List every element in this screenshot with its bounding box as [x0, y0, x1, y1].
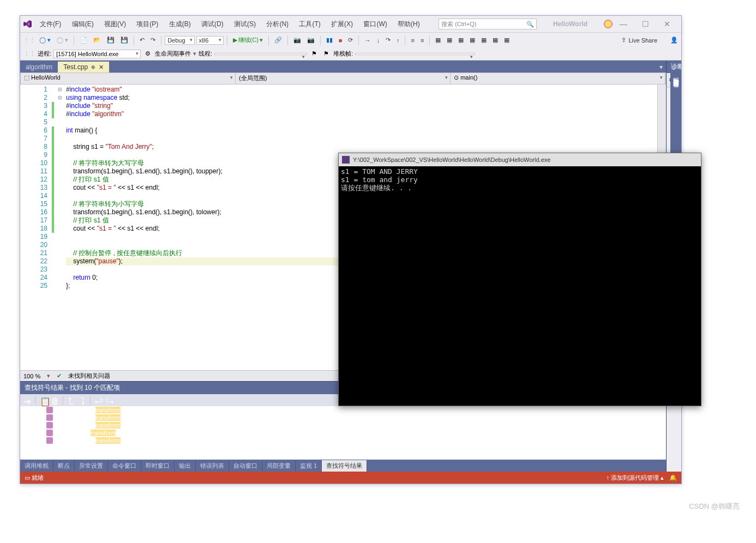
pin-icon[interactable]: ⊕ [91, 64, 95, 70]
tab-algorithm[interactable]: algorithm [20, 62, 58, 73]
menu-edit[interactable]: 编辑(E) [68, 20, 98, 28]
screenshot-icon[interactable]: 📷 [305, 35, 317, 45]
minimize-button[interactable]: — [613, 20, 634, 28]
stop-button[interactable]: ■ [337, 36, 345, 45]
status-scm[interactable]: ↑ 添加到源代码管理 ▴ [606, 474, 664, 482]
bottom-tab[interactable]: 错误列表 [196, 460, 229, 472]
step-over-button[interactable]: ↷ [383, 35, 393, 45]
app-title: HelloWorld [553, 20, 587, 28]
result-row[interactable]: _DestTy * std::transform<_InIt, _DestTy,… [20, 437, 666, 444]
format-icon[interactable]: ▦ [490, 35, 500, 45]
stackframe-dropdown[interactable] [355, 53, 475, 55]
menu-window[interactable]: 窗口(W) [359, 20, 391, 28]
menu-help[interactable]: 帮助(H) [393, 20, 424, 28]
results-list[interactable]: _DestTy * std::transform<_ExPo, _FwdIt1,… [20, 406, 666, 460]
undo-button[interactable]: ↶ [137, 35, 147, 45]
live-share-button[interactable]: Live Share [628, 37, 657, 44]
bottom-tab[interactable]: 异常设置 [75, 460, 108, 472]
redo-button[interactable]: ↷ [148, 35, 158, 45]
clear-icon[interactable]: 🗑 [51, 396, 58, 404]
prev-icon[interactable]: ⮤ [67, 396, 75, 404]
indent-icon[interactable]: ≡ [409, 36, 416, 45]
result-row[interactable]: _FwdIt3 std::transform<_ExPo, _FwdIt1, _… [20, 429, 666, 437]
console-output[interactable]: s1 = TOM AND JERRY s1 = tom and jerry 请按… [339, 166, 701, 406]
continue-button[interactable]: ▶ 继续(C) ▾ [231, 35, 265, 45]
collapse-icon[interactable]: ⮑ [105, 396, 113, 404]
result-row[interactable]: _DestTy * std::transform<_ExPo, _FwdIt1,… [20, 414, 666, 421]
navigation-bar: ⬚ HelloWorld (全局范围) ⊙ main() [20, 73, 666, 85]
outdent-icon[interactable]: ≡ [418, 36, 426, 45]
bottom-tab[interactable]: 调用堆栈 [20, 460, 53, 472]
nav-back-button[interactable]: ◯ ▾ [37, 35, 53, 45]
copy-icon[interactable]: 📋 [40, 396, 47, 404]
pause-button[interactable]: ▮▮ [324, 35, 335, 45]
search-input[interactable]: 搜索 (Ctrl+Q) 🔍 [439, 19, 537, 29]
expand-icon[interactable]: ⮐ [94, 396, 102, 404]
step-out-button[interactable]: ↑ [394, 36, 402, 45]
menu-debug[interactable]: 调试(D) [197, 20, 228, 28]
menu-extensions[interactable]: 扩展(X) [327, 20, 357, 28]
thread-filter-icon[interactable]: ⚑ [321, 49, 331, 58]
bookmark3-icon[interactable]: ▦ [479, 35, 489, 45]
menu-view[interactable]: 视图(V) [100, 20, 130, 28]
menu-analyze[interactable]: 分析(N) [262, 20, 293, 28]
next-icon[interactable]: ⮧ [78, 396, 86, 404]
function-dropdown[interactable]: ⊙ main() [451, 73, 665, 84]
next-statement-icon[interactable]: → [362, 36, 373, 45]
menu-project[interactable]: 项目(P) [132, 20, 163, 28]
goto-icon[interactable]: ⇥ [23, 396, 31, 404]
menu-build[interactable]: 生成(B) [165, 20, 195, 28]
thread-flag-icon[interactable]: ⚑ [309, 49, 319, 58]
tab-test-cpp[interactable]: Test.cpp ⊕ ✕ [58, 62, 109, 73]
thread-dropdown[interactable] [214, 53, 307, 55]
bottom-tab[interactable]: 查找符号结果 [322, 460, 367, 472]
bottom-tab[interactable]: 即时窗口 [141, 460, 175, 472]
notifications-icon[interactable]: 🔔 [669, 474, 677, 481]
comment-icon[interactable]: ▦ [433, 35, 443, 45]
solution-explorer-tab[interactable]: 解决方案资源管理器 [670, 70, 681, 158]
save-all-button[interactable]: 💾 [118, 35, 130, 45]
process-dropdown[interactable]: [15716] HelloWorld.exe [53, 50, 141, 58]
tab-dropdown-icon[interactable]: ▾ [656, 62, 666, 73]
issues-label: 未找到相关问题 [68, 372, 110, 380]
zoom-level[interactable]: 100 % [23, 373, 40, 379]
save-button[interactable]: 💾 [105, 35, 117, 45]
bottom-tab[interactable]: 断点 [53, 460, 75, 472]
menu-file[interactable]: 文件(F) [35, 20, 65, 28]
account-icon[interactable]: 👤 [670, 37, 678, 44]
restart-button[interactable]: ⟳ [346, 35, 355, 45]
platform-dropdown[interactable]: x86 [196, 36, 224, 45]
status-icon: ▭ [25, 474, 30, 481]
close-tab-icon[interactable]: ✕ [99, 64, 104, 71]
scope-dropdown[interactable]: ⬚ HelloWorld [21, 73, 236, 84]
status-bar: ▭ 就绪 ↑ 添加到源代码管理 ▴ 🔔 [20, 472, 681, 484]
open-button[interactable]: 📂 [91, 35, 103, 45]
lifecycle-icon[interactable]: ⚙ [143, 49, 153, 58]
format2-icon[interactable]: ▦ [502, 35, 512, 45]
bottom-tab[interactable]: 输出 [175, 460, 196, 472]
liveshare-icon: ⇪ [621, 37, 626, 44]
bottom-tab[interactable]: 自动窗口 [229, 460, 262, 472]
console-titlebar[interactable]: Y:\002_WorkSpace\002_VS\HelloWorld\Hello… [339, 153, 701, 166]
bottom-tab[interactable]: 命令窗口 [108, 460, 141, 472]
bottom-tab[interactable]: 局部变量 [262, 460, 296, 472]
bookmark2-icon[interactable]: ▦ [467, 35, 477, 45]
step-into-button[interactable]: ↓ [374, 36, 382, 45]
attach-icon[interactable]: 🔗 [272, 35, 284, 45]
result-row[interactable]: _DestTy * std::transform<_ExPo, _FwdIt1,… [20, 406, 666, 414]
context-dropdown[interactable]: (全局范围) [236, 73, 451, 84]
bookmark-icon[interactable]: ▦ [456, 35, 466, 45]
menu-test[interactable]: 测试(S) [230, 20, 260, 28]
menu-tools[interactable]: 工具(T) [295, 20, 325, 28]
new-file-button[interactable]: 📄 [77, 35, 89, 45]
camera-icon[interactable]: 📷 [291, 35, 303, 45]
fold-margin[interactable]: ⊟⊟ [56, 85, 64, 370]
nav-fwd-button[interactable]: ◯ ▾ [55, 35, 70, 45]
config-dropdown[interactable]: Debug [165, 36, 194, 45]
feedback-icon[interactable] [604, 20, 613, 28]
bottom-tab[interactable]: 监视 1 [296, 460, 322, 472]
close-button[interactable]: ✕ [656, 20, 678, 28]
maximize-button[interactable]: ☐ [634, 20, 656, 28]
uncomment-icon[interactable]: ▦ [445, 35, 454, 45]
result-row[interactable]: _DestTy * std::transform<_ExPo, _FwdIt1,… [20, 421, 666, 429]
